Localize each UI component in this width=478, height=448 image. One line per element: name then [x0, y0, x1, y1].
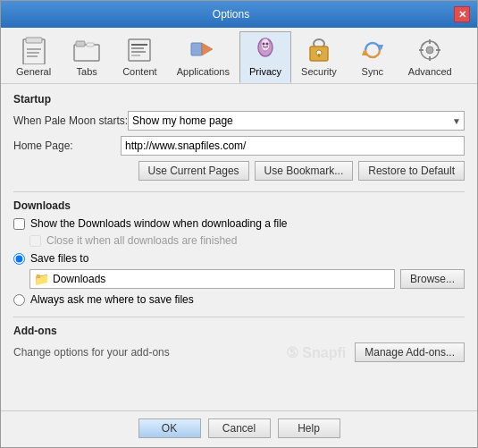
svg-point-18 — [266, 43, 269, 46]
tab-general[interactable]: General — [6, 31, 61, 83]
use-bookmark-button[interactable]: Use Bookmark... — [255, 161, 354, 181]
close-downloads-row: Close it when all downloads are finished — [29, 234, 465, 247]
security-icon — [305, 36, 333, 64]
show-downloads-checkbox[interactable] — [13, 218, 25, 230]
svg-rect-9 — [131, 44, 147, 46]
svg-rect-8 — [129, 39, 150, 61]
svg-point-26 — [426, 46, 433, 54]
home-page-input[interactable] — [121, 136, 465, 156]
svg-rect-12 — [131, 55, 140, 56]
close-downloads-label: Close it when all downloads are finished — [46, 234, 237, 247]
svg-rect-13 — [191, 43, 202, 55]
svg-rect-3 — [27, 52, 39, 54]
home-page-label: Home Page: — [13, 139, 121, 152]
svg-point-17 — [263, 43, 265, 46]
always-ask-radio[interactable] — [13, 294, 25, 306]
downloads-title: Downloads — [13, 199, 465, 212]
svg-rect-30 — [436, 49, 440, 51]
always-ask-row: Always ask me where to save files — [13, 293, 465, 306]
svg-point-16 — [261, 38, 270, 51]
tab-general-label: General — [16, 66, 51, 77]
svg-rect-28 — [429, 56, 431, 61]
addons-row: Change options for your add-ons ⑤ Snapfi… — [13, 342, 465, 362]
tab-content-label: Content — [122, 66, 157, 77]
restore-default-button[interactable]: Restore to Default — [358, 161, 465, 181]
svg-rect-6 — [76, 41, 85, 46]
svg-rect-22 — [318, 54, 320, 57]
when-label: When Pale Moon starts: — [13, 114, 128, 127]
svg-rect-11 — [131, 51, 146, 53]
tab-security[interactable]: Security — [291, 31, 347, 83]
always-ask-label: Always ask me where to save files — [30, 293, 194, 306]
addons-section: Add-ons Change options for your add-ons … — [13, 325, 465, 362]
tab-advanced[interactable]: Advanced — [398, 31, 462, 83]
privacy-icon — [251, 36, 280, 64]
footer: OK Cancel Help — [1, 410, 477, 447]
svg-marker-14 — [202, 43, 213, 55]
use-current-button[interactable]: Use Current Pages — [138, 161, 249, 181]
downloads-section: Downloads Show the Downloads window when… — [13, 199, 465, 306]
tab-applications-label: Applications — [177, 66, 230, 77]
svg-rect-10 — [131, 47, 144, 49]
browse-button[interactable]: Browse... — [400, 269, 465, 289]
save-files-radio[interactable] — [13, 253, 25, 265]
show-downloads-row: Show the Downloads window when downloadi… — [13, 217, 465, 230]
svg-rect-5 — [74, 45, 99, 61]
svg-rect-27 — [429, 39, 431, 44]
startup-section: Startup When Pale Moon starts: Show my h… — [13, 93, 465, 181]
main-content: Startup When Pale Moon starts: Show my h… — [1, 84, 477, 410]
divider-2 — [13, 317, 465, 317]
path-box: 📁 Downloads — [29, 269, 395, 289]
tab-advanced-label: Advanced — [408, 66, 452, 77]
tab-privacy-label: Privacy — [249, 66, 281, 77]
window-title: Options — [8, 8, 454, 21]
toolbar: General Tabs — [1, 28, 477, 84]
startup-row: When Pale Moon starts: Show my home page… — [13, 111, 465, 131]
startup-buttons: Use Current Pages Use Bookmark... Restor… — [13, 161, 465, 181]
show-downloads-label: Show the Downloads window when downloadi… — [30, 217, 288, 230]
watermark: ⑤ Snapfi — [286, 344, 346, 361]
folder-icon: 📁 — [34, 272, 49, 286]
tab-content[interactable]: Content — [113, 31, 167, 83]
tabs-icon — [72, 36, 101, 64]
startup-select[interactable]: Show my home page Show a blank page Show… — [128, 111, 465, 131]
help-button[interactable]: Help — [278, 418, 340, 438]
svg-rect-7 — [87, 43, 94, 46]
advanced-icon — [415, 36, 444, 64]
path-row: 📁 Downloads Browse... — [29, 269, 465, 289]
general-icon — [20, 36, 48, 64]
tab-security-label: Security — [301, 66, 337, 77]
startup-select-wrapper: Show my home page Show a blank page Show… — [128, 111, 465, 131]
content-icon — [125, 36, 154, 64]
title-bar: Options ✕ — [1, 1, 477, 28]
tab-tabs[interactable]: Tabs — [61, 31, 113, 83]
downloads-path: Downloads — [53, 273, 105, 285]
ok-button[interactable]: OK — [138, 418, 201, 438]
tab-sync[interactable]: Sync — [347, 31, 398, 83]
close-button[interactable]: ✕ — [454, 6, 470, 22]
tab-privacy[interactable]: Privacy — [239, 31, 291, 83]
svg-rect-1 — [26, 38, 42, 43]
applications-icon — [189, 36, 217, 64]
save-files-label: Save files to — [30, 252, 88, 265]
sync-icon — [358, 36, 387, 64]
svg-rect-2 — [27, 48, 41, 50]
options-window: Options ✕ General — [0, 0, 478, 448]
manage-addons-button[interactable]: Manage Add-ons... — [355, 342, 465, 362]
divider-1 — [13, 191, 465, 192]
cancel-button[interactable]: Cancel — [208, 418, 271, 438]
homepage-row: Home Page: — [13, 136, 465, 156]
tab-applications[interactable]: Applications — [167, 31, 239, 83]
svg-rect-4 — [27, 55, 38, 57]
addons-description: Change options for your add-ons — [13, 346, 286, 359]
tab-sync-label: Sync — [362, 66, 383, 77]
svg-rect-29 — [419, 49, 423, 51]
tab-tabs-label: Tabs — [77, 66, 97, 77]
save-files-row: Save files to — [13, 252, 465, 265]
close-downloads-checkbox[interactable] — [29, 235, 41, 247]
startup-title: Startup — [13, 93, 465, 106]
addons-title: Add-ons — [13, 325, 465, 337]
